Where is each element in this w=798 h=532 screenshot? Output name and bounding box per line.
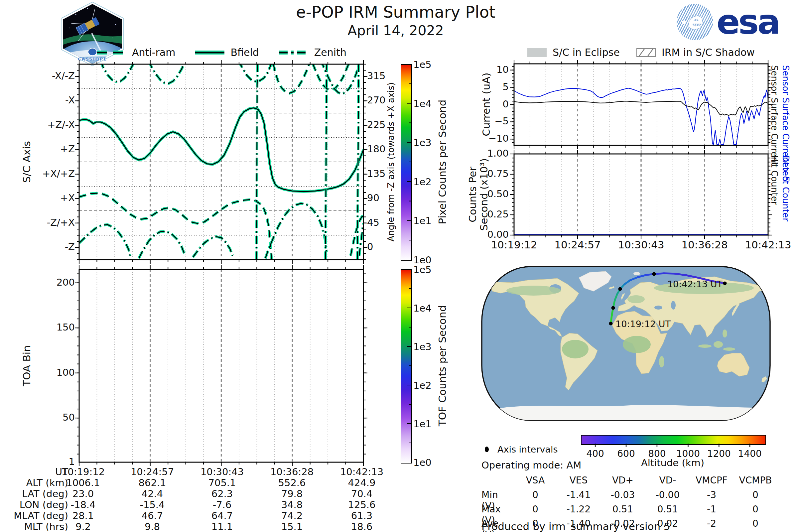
ephemeris-cell: 424.9 [327, 477, 397, 489]
counts-plot[interactable] [509, 149, 773, 241]
angle-cats-item: +X [0, 192, 75, 204]
voltage-cell: -1 [688, 504, 735, 515]
bfield-line-icon [194, 50, 225, 55]
esa-globe-icon: e [677, 4, 713, 40]
map-borneo [714, 341, 723, 348]
altitude-colorbar-title: Altitude (km) [641, 457, 704, 469]
angle-rticks-item: 0 [367, 241, 373, 252]
time-labels-item: 10:30:43 [609, 239, 673, 251]
ephemeris-cell: 28.1 [48, 510, 118, 521]
esa-logo: e esa [677, 3, 795, 41]
ground-track-map[interactable]: 10:19:12 UT 10:42:13 UT [480, 265, 772, 422]
ephemeris-cell: 46.7 [117, 510, 187, 521]
voltage-cell: 0 [732, 504, 779, 515]
voltage-header: VCMPB [732, 475, 779, 486]
angle-cats-item: +Z/-X [0, 119, 75, 130]
counts-yticks-item: 1.00 [462, 148, 509, 159]
legend-item-zenith: Zenith [278, 46, 346, 58]
ephemeris-cell: 10:42:13 [327, 466, 397, 477]
current-yticks-item: 10 [462, 64, 509, 75]
map-europe-green [627, 295, 645, 303]
ephemeris-cell: 18.6 [327, 521, 397, 532]
altitude-colorbar-ticks [581, 443, 765, 448]
epop-irm-summary-page: CASSIOPE e-POP IRM Summary Plot April 14… [0, 0, 798, 532]
ephemeris-cell: 61.3 [327, 510, 397, 521]
time-labels-item: 10:24:57 [546, 239, 609, 251]
angle-rticks-item: 270 [367, 94, 385, 106]
voltage-cell: -3 [688, 490, 735, 500]
legend-item-bfield: Bfield [194, 46, 259, 58]
map-svalbard [633, 272, 640, 275]
angle-cats-item: -X/-Z [0, 70, 75, 81]
current-plot[interactable] [509, 58, 773, 151]
sc-axis-plot[interactable] [74, 59, 369, 265]
counts-right-label-blue: Detect Counter [781, 155, 791, 222]
time-labels-item: 10:36:28 [673, 239, 736, 251]
legend-item-eclipse: S/C in Eclipse [527, 46, 620, 58]
tof-colorbar-title: TOF Counts per Second [436, 305, 448, 426]
voltage-cell: -1.22 [555, 504, 602, 515]
ephemeris-cell: 62.3 [187, 488, 257, 499]
voltage-cell: 0 [732, 490, 779, 500]
toa-bin-plot[interactable] [74, 264, 369, 468]
toa-yticks-item: 200 [0, 277, 75, 288]
ephemeris-cell: 125.6 [327, 499, 397, 510]
toa-yticks-item: 100 [0, 367, 75, 378]
angle-rticks-item: 225 [367, 119, 385, 130]
pixel-cb-labels-item: 1e3 [413, 137, 432, 148]
track-end-label: 10:42:13 UT [667, 279, 723, 289]
ephemeris-cell: 34.8 [257, 499, 327, 510]
ephemeris-cell: -7.6 [187, 499, 257, 510]
axis-intervals-label: Axis intervals [497, 444, 558, 455]
pixel-cb-labels-item: 1e2 [413, 176, 432, 188]
voltage-header: VSA [512, 475, 558, 486]
counts-yticks-item: 0.75 [462, 168, 509, 179]
current-yticks-item: −10 [462, 133, 509, 144]
time-labels-item: 10:42:13 [737, 239, 798, 251]
voltage-cell: -1.41 [555, 490, 602, 500]
ephemeris-cell: 552.6 [257, 477, 327, 489]
legend-label-zenith: Zenith [314, 46, 346, 58]
zenith-line-icon [278, 50, 309, 55]
angle-cats-item: +Z [0, 143, 75, 155]
produced-by-footer: Produced by irm_summary version 5 [481, 520, 670, 532]
axis-interval-dot-icon [485, 446, 489, 452]
ephemeris-cell: 79.8 [257, 488, 327, 499]
angle-cats-item: -Z [0, 241, 75, 252]
legend-label-eclipse: S/C in Eclipse [553, 46, 620, 58]
tof-cb-labels-item: 1e5 [413, 264, 432, 275]
voltage-header: VMCPF [688, 475, 735, 486]
tof-cb-labels-item: 1e4 [413, 303, 432, 314]
angle-cats-item: -Z/+X [0, 217, 75, 228]
current-yticks-item: 0 [462, 98, 509, 110]
pixel-cb-labels-item: 1e1 [413, 215, 432, 226]
ephemeris-cell: 11.1 [187, 521, 257, 532]
map-amazon [562, 340, 589, 358]
pixel-cb-labels-item: 1e4 [413, 98, 432, 109]
axis-intervals-legend: Axis intervals [485, 444, 558, 455]
tof-colorbar-ticks [401, 269, 412, 462]
ephemeris-cell: 70.4 [327, 488, 397, 499]
legend-item-shadow: IRM in S/C Shadow [636, 46, 755, 58]
voltage-cell: 0.51 [644, 504, 691, 515]
angle-rticks-item: 135 [367, 168, 385, 179]
angle-cats-item: -X [0, 94, 75, 106]
voltage-cell: -0.00 [644, 490, 691, 500]
ephemeris-cell: 64.7 [187, 510, 257, 521]
ephemeris-cell: 23.0 [48, 488, 118, 499]
ephemeris-cell: 10:30:43 [187, 466, 257, 477]
tof-cb-labels-item: 1e2 [413, 380, 432, 391]
voltage-header: VD- [644, 475, 691, 486]
current-yticks-item: 5 [462, 81, 509, 92]
esa-globe-e: e [687, 8, 702, 34]
page-date: April 14, 2022 [347, 23, 443, 39]
ephemeris-cell: 15.1 [257, 521, 327, 532]
toa-yticks-item: 50 [0, 412, 75, 423]
angle-rticks-item: 45 [367, 217, 379, 228]
voltage-header: VD+ [600, 475, 646, 486]
tof-cb-labels-item: 1e0 [413, 457, 432, 468]
ephemeris-cell: 9.8 [117, 521, 187, 532]
operating-mode: Operating mode: AM [481, 459, 581, 471]
map-new-guinea [723, 347, 735, 351]
angle-rticks-item: 180 [367, 143, 385, 155]
